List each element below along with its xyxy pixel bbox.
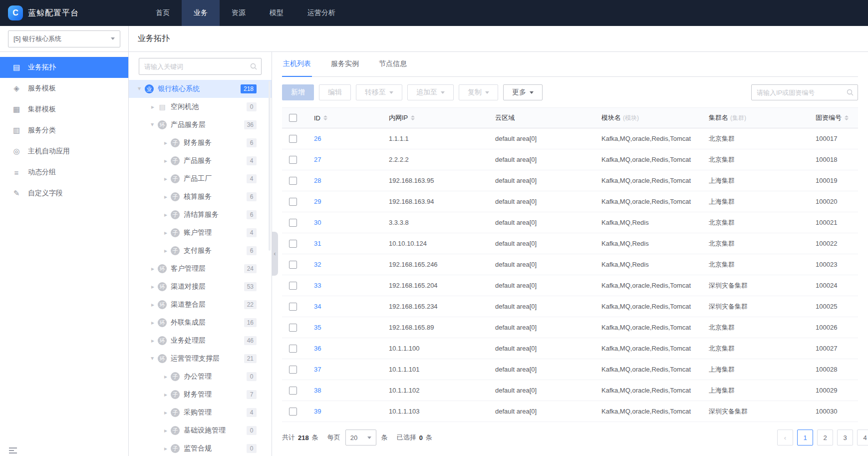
expand-arrow-icon[interactable] [162, 247, 170, 254]
expand-arrow-icon[interactable] [149, 301, 157, 308]
sidebar-item-dynamic-group[interactable]: ≡ 动态分组 [0, 162, 128, 183]
host-id-link[interactable]: 36 [314, 345, 321, 352]
sort-icon[interactable] [411, 115, 415, 120]
expand-arrow-icon[interactable] [162, 139, 170, 146]
collapse-sidebar-icon[interactable] [9, 447, 17, 454]
row-checkbox[interactable] [289, 303, 297, 311]
tree-node[interactable]: 环 产品服务层 36 [129, 116, 272, 134]
select-all-checkbox[interactable] [289, 114, 297, 122]
row-checkbox[interactable] [289, 345, 297, 353]
sort-icon[interactable] [845, 115, 849, 120]
tree-node[interactable]: 环 外联集成层 16 [129, 314, 272, 332]
more-button[interactable]: 更多 [503, 84, 543, 100]
tree-node[interactable]: 子 办公管理 0 [129, 368, 272, 386]
tree-node[interactable]: 环 业务处理层 46 [129, 332, 272, 350]
expand-arrow-icon[interactable] [162, 211, 170, 218]
expand-arrow-icon[interactable] [149, 283, 157, 290]
expand-arrow-icon[interactable] [162, 427, 170, 434]
edit-button[interactable]: 编辑 [319, 84, 351, 100]
host-id-link[interactable]: 32 [314, 261, 321, 268]
expand-arrow-icon[interactable] [149, 319, 157, 326]
host-id-link[interactable]: 27 [314, 156, 321, 163]
sidebar-item-host-apply[interactable]: ◎ 主机自动应用 [0, 141, 128, 162]
host-id-link[interactable]: 29 [314, 198, 321, 205]
host-id-link[interactable]: 37 [314, 366, 321, 373]
row-checkbox[interactable] [289, 261, 297, 269]
host-id-link[interactable]: 30 [314, 219, 321, 226]
tree-node[interactable]: 环 客户管理层 24 [129, 260, 272, 278]
expand-arrow-icon[interactable] [162, 193, 170, 200]
tree-node[interactable]: 子 监管合规 0 [129, 440, 272, 456]
tree-node[interactable]: 子 账户管理 4 [129, 224, 272, 242]
tree-node[interactable]: 业 银行核心系统 218 [129, 80, 272, 98]
tree-collapse-handle[interactable] [272, 232, 278, 276]
expand-arrow-icon[interactable] [162, 373, 170, 380]
page-2-button[interactable]: 2 [817, 430, 833, 446]
row-checkbox[interactable] [289, 198, 297, 206]
tree-search-input[interactable] [139, 58, 262, 75]
row-checkbox[interactable] [289, 240, 297, 248]
row-checkbox[interactable] [289, 135, 297, 143]
nav-model[interactable]: 模型 [258, 0, 295, 26]
tree-node[interactable]: 子 核算服务 6 [129, 188, 272, 206]
expand-arrow-icon[interactable] [149, 103, 157, 110]
page-1-button[interactable]: 1 [797, 430, 813, 446]
page-4-button[interactable]: 4 [857, 430, 868, 446]
tab-host-list[interactable]: 主机列表 [282, 52, 312, 77]
expand-arrow-icon[interactable] [149, 121, 156, 129]
tree-node[interactable]: 子 采购管理 4 [129, 404, 272, 422]
expand-arrow-icon[interactable] [162, 445, 170, 452]
tree-node[interactable]: 子 清结算服务 6 [129, 206, 272, 224]
row-checkbox[interactable] [289, 408, 297, 416]
row-checkbox[interactable] [289, 324, 297, 332]
host-id-link[interactable]: 28 [314, 177, 321, 184]
tree-node[interactable]: 子 财务管理 7 [129, 386, 272, 404]
row-checkbox[interactable] [289, 177, 297, 185]
expand-arrow-icon[interactable] [162, 175, 170, 182]
host-id-link[interactable]: 26 [314, 135, 321, 142]
tree-node[interactable]: 子 产品工厂 4 [129, 170, 272, 188]
expand-arrow-icon[interactable] [149, 265, 157, 272]
row-checkbox[interactable] [289, 219, 297, 227]
expand-arrow-icon[interactable] [149, 355, 156, 363]
prev-page-button[interactable]: ‹ [777, 430, 793, 446]
tree-node[interactable]: ▤ 空闲机池 0 [129, 98, 272, 116]
expand-arrow-icon[interactable] [162, 391, 170, 398]
transfer-to-button[interactable]: 转移至 [356, 84, 402, 100]
nav-home[interactable]: 首页 [144, 0, 182, 26]
expand-arrow-icon[interactable] [149, 337, 157, 344]
host-id-link[interactable]: 33 [314, 282, 321, 289]
brand[interactable]: C 蓝鲸配置平台 [0, 5, 129, 20]
copy-button[interactable]: 复制 [459, 84, 498, 100]
page-3-button[interactable]: 3 [837, 430, 853, 446]
host-id-link[interactable]: 34 [314, 303, 321, 310]
row-checkbox[interactable] [289, 156, 297, 164]
business-selector[interactable]: [5] 银行核心系统 [8, 30, 120, 47]
nav-business[interactable]: 业务 [182, 0, 220, 26]
host-search-input[interactable] [751, 84, 858, 100]
host-id-link[interactable]: 31 [314, 240, 321, 247]
tree-scrollbar[interactable] [269, 81, 271, 251]
sidebar-item-topology[interactable]: ▤ 业务拓扑 [0, 57, 128, 78]
expand-arrow-icon[interactable] [136, 85, 143, 93]
tree-node[interactable]: 环 运营管理支撑层 21 [129, 350, 272, 368]
row-checkbox[interactable] [289, 366, 297, 374]
row-checkbox[interactable] [289, 387, 297, 395]
sidebar-item-service-category[interactable]: ▥ 服务分类 [0, 120, 128, 141]
sort-icon[interactable] [323, 115, 327, 120]
tree-node[interactable]: 子 产品服务 4 [129, 152, 272, 170]
tree-node[interactable]: 环 渠道整合层 22 [129, 296, 272, 314]
sidebar-item-custom-field[interactable]: ✎ 自定义字段 [0, 183, 128, 204]
sidebar-item-service-template[interactable]: ◈ 服务模板 [0, 78, 128, 99]
add-button[interactable]: 新增 [282, 84, 314, 100]
expand-arrow-icon[interactable] [162, 157, 170, 164]
sidebar-item-set-template[interactable]: ▦ 集群模板 [0, 99, 128, 120]
page-size-select[interactable]: 20 [345, 430, 376, 446]
nav-operation-analysis[interactable]: 运营分析 [295, 0, 347, 26]
row-checkbox[interactable] [289, 282, 297, 290]
tab-service-instance[interactable]: 服务实例 [330, 52, 360, 77]
tree-node[interactable]: 子 支付服务 6 [129, 242, 272, 260]
tree-node[interactable]: 子 财务服务 6 [129, 134, 272, 152]
tab-node-info[interactable]: 节点信息 [378, 52, 408, 77]
host-id-link[interactable]: 39 [314, 408, 321, 415]
